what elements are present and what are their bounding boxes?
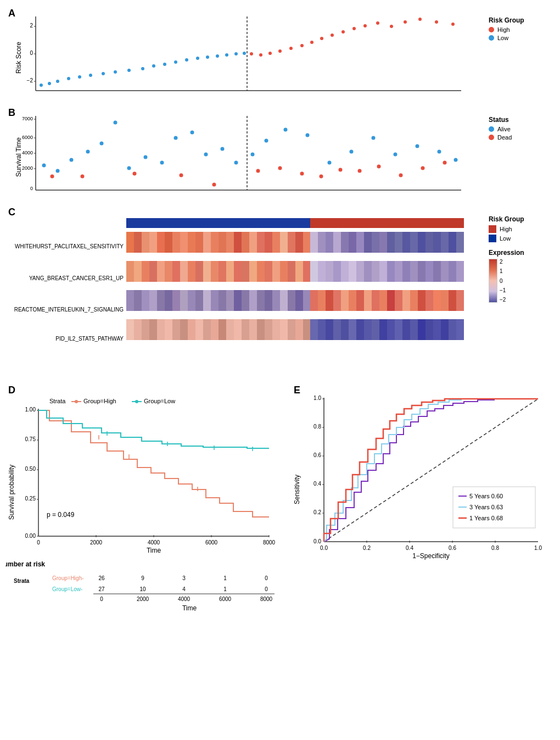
panel-b-svg: B Survival Time 7000 6000 4000 2000 0 xyxy=(5,105,483,201)
panel-d-xaxis: Time xyxy=(147,547,161,554)
svg-rect-230 xyxy=(456,290,464,311)
svg-rect-153 xyxy=(203,261,211,282)
panel-c-legend-title1: Risk Group xyxy=(489,215,555,223)
svg-point-85 xyxy=(394,153,397,157)
svg-point-81 xyxy=(306,133,310,137)
svg-rect-208 xyxy=(288,290,295,311)
panel-e: E Sensitivity 1.0 0.8 0.6 0.4 0.2 0.0 xyxy=(291,382,555,626)
svg-rect-216 xyxy=(349,290,356,311)
svg-text:0.2: 0.2 xyxy=(363,545,371,551)
svg-rect-246 xyxy=(242,319,249,340)
svg-rect-108 xyxy=(195,232,203,253)
svg-rect-228 xyxy=(441,290,449,311)
svg-rect-176 xyxy=(379,261,387,282)
svg-rect-130 xyxy=(364,232,372,253)
svg-point-29 xyxy=(250,52,253,55)
svg-point-31 xyxy=(268,52,272,55)
svg-point-276 xyxy=(75,400,78,403)
svg-text:0.8: 0.8 xyxy=(313,424,321,430)
svg-rect-267 xyxy=(402,319,410,340)
svg-text:2000: 2000 xyxy=(22,165,33,171)
panel-a-legend-title: Risk Group xyxy=(489,16,555,24)
svg-rect-251 xyxy=(280,319,288,340)
svg-point-84 xyxy=(372,136,376,140)
svg-point-88 xyxy=(454,158,458,162)
high-dot-a xyxy=(489,27,494,32)
panel-c-legend-title2: Expression xyxy=(489,249,555,257)
svg-rect-243 xyxy=(219,319,226,340)
svg-rect-217 xyxy=(356,290,364,311)
legend-item-high-a: High xyxy=(489,26,555,33)
svg-text:6000: 6000 xyxy=(22,135,33,140)
svg-point-68 xyxy=(174,136,178,140)
svg-point-67 xyxy=(160,161,164,165)
svg-rect-259 xyxy=(341,319,349,340)
svg-rect-249 xyxy=(265,319,272,340)
svg-text:4000: 4000 xyxy=(148,539,160,546)
panel-c-legend: Risk Group High Low Expression 2 1 0 xyxy=(483,204,555,305)
svg-rect-212 xyxy=(318,290,326,311)
svg-rect-158 xyxy=(242,261,249,282)
svg-rect-184 xyxy=(441,261,449,282)
svg-rect-268 xyxy=(410,319,418,340)
panel-e-yaxis: Sensitivity xyxy=(293,475,301,504)
svg-rect-145 xyxy=(142,261,149,282)
svg-rect-270 xyxy=(425,319,433,340)
gene-label-1: WHITEHURST_PACLITAXEL_SENSITIVITY xyxy=(15,243,124,249)
svg-text:0.6: 0.6 xyxy=(313,452,321,458)
dead-dot xyxy=(489,135,494,140)
svg-rect-258 xyxy=(333,319,341,340)
svg-point-17 xyxy=(127,69,131,72)
svg-point-22 xyxy=(185,58,188,62)
svg-rect-256 xyxy=(318,319,326,340)
svg-rect-112 xyxy=(226,232,234,253)
svg-rect-265 xyxy=(387,319,395,340)
svg-rect-119 xyxy=(280,232,288,253)
svg-point-16 xyxy=(114,70,117,74)
svg-rect-110 xyxy=(211,232,219,253)
svg-rect-257 xyxy=(326,319,333,340)
svg-rect-218 xyxy=(364,290,372,311)
svg-rect-136 xyxy=(410,232,418,253)
svg-rect-234 xyxy=(149,319,157,340)
svg-rect-227 xyxy=(433,290,441,311)
svg-point-72 xyxy=(234,161,238,165)
svg-point-77 xyxy=(212,183,216,187)
svg-rect-264 xyxy=(379,319,387,340)
svg-point-33 xyxy=(289,47,293,50)
svg-text:0.25: 0.25 xyxy=(25,496,36,502)
svg-rect-179 xyxy=(402,261,410,282)
alive-dot xyxy=(489,126,494,132)
svg-rect-138 xyxy=(425,232,433,253)
svg-point-94 xyxy=(358,169,362,173)
svg-text:0: 0 xyxy=(265,586,268,592)
svg-rect-260 xyxy=(349,319,356,340)
svg-rect-140 xyxy=(441,232,449,253)
svg-rect-129 xyxy=(356,232,364,253)
svg-point-37 xyxy=(331,34,334,37)
svg-point-80 xyxy=(284,128,288,132)
gene-label-3: REACTOME_INTERLEUKIN_7_SIGNALING xyxy=(14,307,124,313)
svg-point-91 xyxy=(300,172,304,176)
svg-rect-100 xyxy=(134,232,142,253)
svg-rect-116 xyxy=(257,232,265,253)
panel-d-yaxis: Survival probability xyxy=(8,465,15,520)
group-low-label: Group=Low xyxy=(144,398,175,404)
svg-point-90 xyxy=(278,166,282,170)
svg-rect-226 xyxy=(425,290,433,311)
svg-rect-190 xyxy=(149,290,157,311)
svg-text:0: 0 xyxy=(30,186,33,191)
svg-rect-245 xyxy=(234,319,242,340)
svg-rect-201 xyxy=(234,290,242,311)
svg-point-24 xyxy=(206,55,209,59)
gene-label-2: YANG_BREAST_CANCER_ESR1_UP xyxy=(29,275,124,281)
svg-point-11 xyxy=(56,80,59,83)
svg-rect-174 xyxy=(364,261,372,282)
svg-point-20 xyxy=(163,63,166,66)
svg-rect-186 xyxy=(456,261,464,282)
svg-rect-166 xyxy=(303,261,311,282)
svg-rect-255 xyxy=(310,319,318,340)
svg-text:0.0: 0.0 xyxy=(313,538,321,544)
svg-point-98 xyxy=(443,161,447,165)
svg-text:1.00: 1.00 xyxy=(25,407,36,413)
